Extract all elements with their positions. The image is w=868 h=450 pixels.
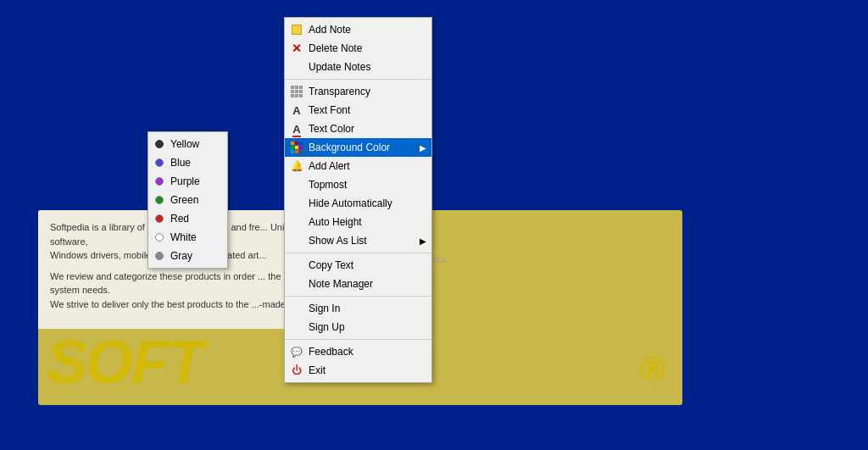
green-dot <box>155 196 164 204</box>
background-color-submenu: Yellow Blue Purple Green Red White Gray <box>147 131 228 269</box>
submenu-item-green[interactable]: Green <box>148 191 227 209</box>
menu-item-hide-automatically[interactable]: Hide Automatically <box>285 194 431 213</box>
text-color-icon: A <box>290 122 303 136</box>
softpedia-logo: SOFT <box>47 327 203 397</box>
menu-item-show-as-list[interactable]: Show As List ▶ <box>285 231 431 250</box>
submenu-item-white[interactable]: White <box>148 228 227 247</box>
submenu-item-purple[interactable]: Purple <box>148 172 227 191</box>
submenu-item-gray[interactable]: Gray <box>148 247 227 265</box>
submenu-arrow-icon: ▶ <box>420 143 426 153</box>
separator-4 <box>285 339 431 340</box>
purple-dot <box>155 177 164 186</box>
alert-icon: 🔔 <box>290 159 303 173</box>
separator-3 <box>285 296 431 297</box>
blue-dot <box>155 158 164 167</box>
gray-dot <box>155 252 164 260</box>
show-as-list-arrow-icon: ▶ <box>420 236 426 246</box>
registered-mark: ® <box>641 350 665 388</box>
white-dot <box>155 233 164 242</box>
grid-dots-icon <box>290 85 303 98</box>
separator-2 <box>285 253 431 253</box>
menu-item-text-font[interactable]: A Text Font <box>285 101 431 119</box>
menu-item-note-manager[interactable]: Note Manager <box>285 275 431 293</box>
font-icon: A <box>290 103 303 117</box>
note-icon <box>290 23 303 36</box>
menu-item-text-color[interactable]: A Text Color <box>285 119 431 138</box>
menu-item-transparency[interactable]: Transparency <box>285 82 431 101</box>
submenu-item-blue[interactable]: Blue <box>148 153 227 172</box>
context-menu: Add Note ✕ Delete Note Update Notes Tran… <box>284 17 432 383</box>
menu-item-sign-in[interactable]: Sign In <box>285 299 431 318</box>
submenu-item-red[interactable]: Red <box>148 209 227 228</box>
yellow-active-dot <box>155 140 164 148</box>
menu-item-exit[interactable]: ⏻ Exit <box>285 361 431 380</box>
power-icon: ⏻ <box>290 364 303 377</box>
bg-color-icon <box>290 141 303 154</box>
submenu-item-yellow[interactable]: Yellow <box>148 135 227 153</box>
menu-item-sign-up[interactable]: Sign Up <box>285 318 431 336</box>
menu-item-auto-height[interactable]: Auto Height <box>285 213 431 231</box>
menu-item-feedback[interactable]: 💬 Feedback <box>285 342 431 361</box>
separator-1 <box>285 79 431 80</box>
red-dot <box>155 214 164 223</box>
menu-item-delete-note[interactable]: ✕ Delete Note <box>285 39 431 58</box>
menu-item-update-notes[interactable]: Update Notes <box>285 58 431 76</box>
feedback-icon: 💬 <box>290 345 303 358</box>
menu-item-background-color[interactable]: Background Color ▶ <box>285 138 431 157</box>
x-icon: ✕ <box>290 42 303 55</box>
menu-item-copy-text[interactable]: Copy Text <box>285 256 431 275</box>
menu-item-add-alert[interactable]: 🔔 Add Alert <box>285 157 431 175</box>
menu-item-add-note[interactable]: Add Note <box>285 20 431 39</box>
menu-item-topmost[interactable]: Topmost <box>285 175 431 194</box>
